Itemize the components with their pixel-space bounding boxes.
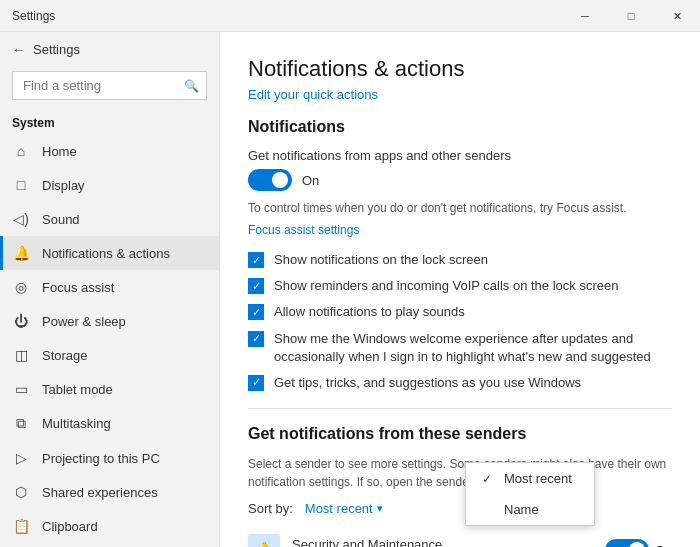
sidebar-item-clipboard[interactable]: 📋 Clipboard — [0, 509, 219, 543]
dropdown-label-most-recent: Most recent — [504, 471, 572, 486]
sidebar-item-home[interactable]: ⌂ Home — [0, 134, 219, 168]
checkbox-sounds[interactable]: ✓ — [248, 304, 264, 320]
check-icon: ✓ — [252, 255, 261, 266]
back-icon: ← — [12, 42, 25, 57]
notifications-section-title: Notifications — [248, 118, 672, 136]
close-button[interactable]: ✕ — [654, 0, 700, 32]
chevron-down-icon: ▾ — [377, 502, 383, 515]
senders-description: Select a sender to see more settings. So… — [248, 455, 672, 491]
shared-icon: ⬡ — [12, 484, 30, 500]
sort-dropdown-menu: ✓ Most recent Name — [465, 462, 595, 526]
checkbox-row-voip: ✓ Show reminders and incoming VoIP calls… — [248, 277, 672, 295]
notifications-toggle-label: On — [302, 173, 319, 188]
notifications-toggle[interactable] — [248, 169, 292, 191]
clipboard-icon: 📋 — [12, 518, 30, 534]
checkmark-icon: ✓ — [482, 472, 496, 486]
check-icon: ✓ — [252, 281, 261, 292]
multitasking-icon: ⧉ — [12, 415, 30, 432]
senders-section-title: Get notifications from these senders — [248, 425, 672, 443]
section-divider — [248, 408, 672, 409]
sidebar-item-power[interactable]: ⏻ Power & sleep — [0, 304, 219, 338]
checkbox-row-lockscreen: ✓ Show notifications on the lock screen — [248, 251, 672, 269]
quick-actions-link[interactable]: Edit your quick actions — [248, 87, 378, 102]
sidebar-label-display: Display — [42, 178, 85, 193]
sidebar-label-sound: Sound — [42, 212, 80, 227]
checkbox-label-voip: Show reminders and incoming VoIP calls o… — [274, 277, 618, 295]
sidebar-item-storage[interactable]: ◫ Storage — [0, 338, 219, 372]
checkbox-voip[interactable]: ✓ — [248, 278, 264, 294]
checkbox-label-welcome: Show me the Windows welcome experience a… — [274, 330, 672, 366]
maximize-button[interactable]: □ — [608, 0, 654, 32]
tablet-icon: ▭ — [12, 381, 30, 397]
dropdown-item-name[interactable]: Name — [466, 494, 594, 525]
sidebar-label-projecting: Projecting to this PC — [42, 451, 160, 466]
sidebar-item-shared[interactable]: ⬡ Shared experiences — [0, 475, 219, 509]
check-icon: ✓ — [252, 307, 261, 318]
notifications-icon: 🔔 — [12, 245, 30, 261]
sort-label: Sort by: — [248, 501, 293, 516]
checkbox-row-tips: ✓ Get tips, tricks, and suggestions as y… — [248, 374, 672, 392]
sender-toggle-security[interactable] — [605, 539, 649, 547]
sidebar-label-clipboard: Clipboard — [42, 519, 98, 534]
check-icon: ✓ — [252, 377, 261, 388]
focus-info-text: To control times when you do or don't ge… — [248, 199, 672, 217]
checkbox-label-sounds: Allow notifications to play sounds — [274, 303, 465, 321]
focus-icon: ◎ — [12, 279, 30, 295]
sidebar-item-notifications[interactable]: 🔔 Notifications & actions — [0, 236, 219, 270]
search-input[interactable] — [12, 71, 207, 100]
sound-icon: ◁) — [12, 211, 30, 227]
search-icon: 🔍 — [184, 79, 199, 93]
senders-container: 🔔 Security and Maintenance On: Banners, … — [248, 528, 672, 547]
sort-row: Sort by: Most recent ▾ — [248, 501, 672, 516]
notifications-toggle-row: On — [248, 169, 672, 191]
sidebar-label-multitasking: Multitasking — [42, 416, 111, 431]
main-layout: ← Settings 🔍 System ⌂ Home □ Display ◁) … — [0, 32, 700, 547]
sidebar-item-tablet[interactable]: ▭ Tablet mode — [0, 372, 219, 406]
storage-icon: ◫ — [12, 347, 30, 363]
checkbox-row-sounds: ✓ Allow notifications to play sounds — [248, 303, 672, 321]
sidebar-back-button[interactable]: ← Settings — [0, 32, 219, 67]
minimize-button[interactable]: ─ — [562, 0, 608, 32]
dropdown-item-most-recent[interactable]: ✓ Most recent — [466, 463, 594, 494]
sender-icon-security: 🔔 — [248, 534, 280, 547]
sort-selected-label: Most recent — [305, 501, 373, 516]
sort-dropdown[interactable]: Most recent ▾ — [305, 501, 383, 516]
sidebar-label-shared: Shared experiences — [42, 485, 158, 500]
checkboxes-container: ✓ Show notifications on the lock screen … — [248, 251, 672, 392]
dropdown-label-name: Name — [504, 502, 539, 517]
sidebar-item-display[interactable]: □ Display — [0, 168, 219, 202]
home-icon: ⌂ — [12, 143, 30, 159]
sidebar-item-focus[interactable]: ◎ Focus assist — [0, 270, 219, 304]
projecting-icon: ▷ — [12, 450, 30, 466]
sidebar-label-home: Home — [42, 144, 77, 159]
sidebar-title: Settings — [33, 42, 80, 57]
content-area: Notifications & actions Edit your quick … — [220, 32, 700, 547]
sender-row-security[interactable]: 🔔 Security and Maintenance On: Banners, … — [248, 528, 672, 547]
titlebar-title: Settings — [12, 9, 55, 23]
titlebar-controls: ─ □ ✕ — [562, 0, 700, 31]
checkbox-welcome[interactable]: ✓ — [248, 331, 264, 347]
sidebar-item-projecting[interactable]: ▷ Projecting to this PC — [0, 441, 219, 475]
checkbox-row-welcome: ✓ Show me the Windows welcome experience… — [248, 330, 672, 366]
focus-assist-link[interactable]: Focus assist settings — [248, 223, 359, 237]
sidebar-item-multitasking[interactable]: ⧉ Multitasking — [0, 406, 219, 441]
check-icon: ✓ — [252, 333, 261, 344]
power-icon: ⏻ — [12, 313, 30, 329]
checkbox-label-tips: Get tips, tricks, and suggestions as you… — [274, 374, 581, 392]
sidebar-label-tablet: Tablet mode — [42, 382, 113, 397]
display-icon: □ — [12, 177, 30, 193]
sidebar-label-power: Power & sleep — [42, 314, 126, 329]
sidebar-item-remote[interactable]: 🖥 Remote Desktop — [0, 543, 219, 547]
checkbox-tips[interactable]: ✓ — [248, 375, 264, 391]
sender-name-security: Security and Maintenance — [292, 537, 593, 547]
sidebar-search-container: 🔍 — [12, 71, 207, 100]
sidebar-item-sound[interactable]: ◁) Sound — [0, 202, 219, 236]
sidebar-label-storage: Storage — [42, 348, 88, 363]
sidebar-label-notifications: Notifications & actions — [42, 246, 170, 261]
sender-info-security: Security and Maintenance On: Banners, So… — [292, 537, 593, 547]
notifications-toggle-description: Get notifications from apps and other se… — [248, 148, 672, 163]
sidebar-label-focus: Focus assist — [42, 280, 114, 295]
page-title: Notifications & actions — [248, 56, 672, 82]
checkbox-lockscreen[interactable]: ✓ — [248, 252, 264, 268]
checkbox-label-lockscreen: Show notifications on the lock screen — [274, 251, 488, 269]
